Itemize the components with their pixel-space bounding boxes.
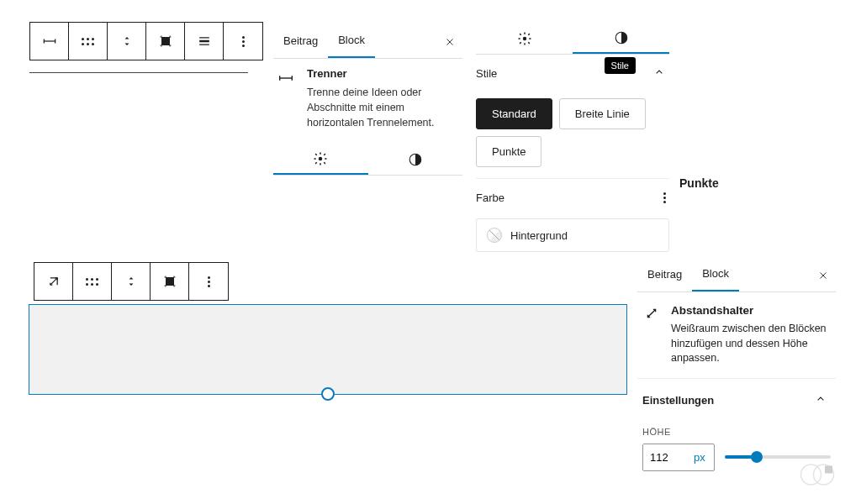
tab-beitrag[interactable]: Beitrag [273, 26, 328, 57]
height-slider[interactable] [725, 455, 831, 459]
svg-rect-9 [825, 466, 832, 474]
svg-rect-6 [166, 277, 174, 286]
styles-panel: Stile Stile Standard Breite Linie Punkte [476, 62, 669, 167]
settings-section-label: Einstellungen [642, 394, 714, 407]
separator-icon [277, 67, 295, 130]
tab-beitrag[interactable]: Beitrag [637, 260, 692, 291]
spacer-title: Abstandshalter [671, 304, 831, 317]
block-title: Trenner [307, 67, 462, 80]
collapse-styles-icon[interactable] [649, 62, 669, 85]
inspector-tabs: Beitrag Block [273, 25, 462, 59]
watermark-logo [797, 462, 837, 487]
styles-panel-label: Stile [476, 67, 497, 80]
spacer-block-toolbar [34, 262, 229, 301]
spacer-description: Weißraum zwischen den Blöcken hinzufügen… [671, 322, 831, 366]
align-button[interactable] [151, 263, 189, 300]
drag-handle-icon[interactable] [69, 23, 108, 60]
settings-styles-tabs [476, 24, 669, 55]
justify-button[interactable] [185, 23, 224, 60]
height-label: HÖHE [642, 427, 831, 437]
separator-block-toolbar [29, 22, 263, 60]
color-swatch-icon [487, 228, 502, 243]
close-inspector-button[interactable] [811, 263, 836, 288]
style-wide-button[interactable]: Breite Linie [559, 98, 646, 129]
spacer-icon [642, 304, 661, 366]
settings-tab-icon[interactable] [273, 144, 368, 175]
color-options-icon[interactable] [660, 189, 669, 207]
settings-tab-icon[interactable] [476, 24, 573, 54]
block-info-trenner: Trenner Trenne deine Ideen oder Abschnit… [277, 67, 462, 130]
punkte-floating-label: Punkte [679, 176, 719, 190]
color-panel-label: Farbe [476, 192, 504, 204]
svg-point-2 [522, 37, 526, 41]
background-label: Hintergrund [510, 229, 568, 242]
resize-handle[interactable] [321, 387, 335, 401]
style-standard-button[interactable]: Standard [476, 98, 552, 129]
separator-preview[interactable] [29, 72, 248, 73]
slider-knob[interactable] [751, 451, 763, 463]
more-options-button[interactable] [189, 263, 228, 300]
height-unit-select[interactable]: px [685, 444, 714, 470]
spacer-inspector: Beitrag Block Abstandshalter Weißraum zw… [637, 259, 836, 476]
svg-rect-0 [161, 37, 170, 45]
color-panel: Farbe Hintergrund [476, 178, 669, 252]
height-input-group: px [642, 444, 715, 471]
drag-handle-icon[interactable] [73, 263, 112, 300]
block-type-separator-icon[interactable] [30, 23, 69, 60]
tab-block[interactable]: Block [692, 259, 739, 291]
styles-tab-icon[interactable] [573, 24, 669, 54]
styles-tab-icon[interactable] [368, 144, 463, 175]
tab-block[interactable]: Block [328, 25, 375, 58]
align-button[interactable] [146, 23, 185, 60]
collapse-settings-icon[interactable] [811, 389, 831, 412]
close-inspector-button[interactable] [437, 29, 462, 55]
more-options-button[interactable] [224, 23, 262, 60]
svg-point-4 [319, 157, 323, 161]
style-dots-button[interactable]: Punkte [476, 136, 541, 167]
background-color-button[interactable]: Hintergrund [476, 218, 669, 252]
move-updown-icon[interactable] [108, 23, 146, 60]
block-type-spacer-icon[interactable] [34, 263, 73, 300]
block-description: Trenne deine Ideen oder Abschnitte mit e… [307, 85, 462, 130]
height-input[interactable] [643, 444, 685, 470]
spacer-block-preview[interactable] [29, 304, 627, 395]
move-updown-icon[interactable] [112, 263, 151, 300]
svg-rect-1 [199, 40, 209, 43]
svg-point-7 [801, 465, 821, 485]
settings-styles-tabs-secondary [273, 144, 462, 176]
styles-tooltip: Stile [605, 57, 636, 74]
